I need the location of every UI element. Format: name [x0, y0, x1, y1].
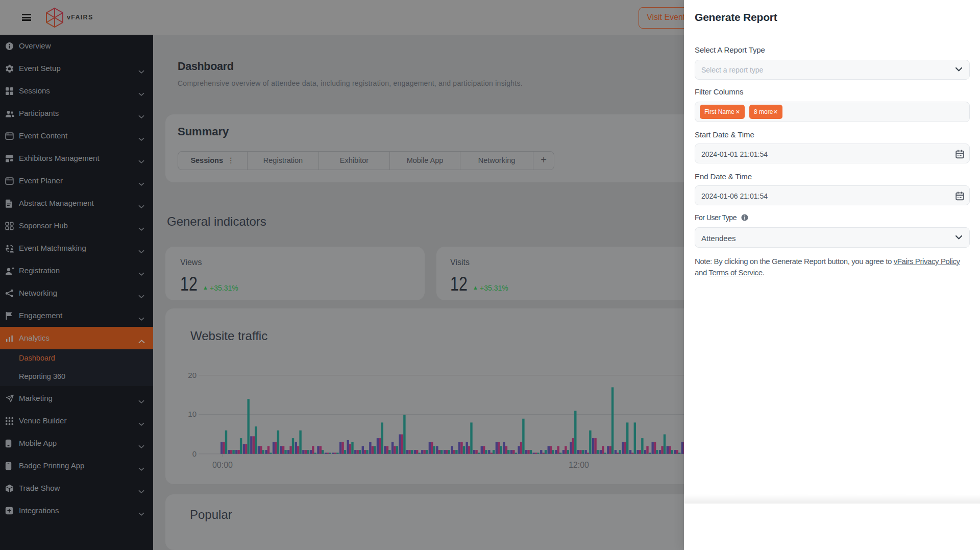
svg-text:0: 0	[192, 449, 197, 458]
svg-text:10: 10	[188, 410, 197, 418]
svg-text:20: 20	[188, 371, 197, 379]
svg-text:12:00: 12:00	[569, 461, 589, 469]
svg-text:00:00: 00:00	[212, 461, 233, 469]
